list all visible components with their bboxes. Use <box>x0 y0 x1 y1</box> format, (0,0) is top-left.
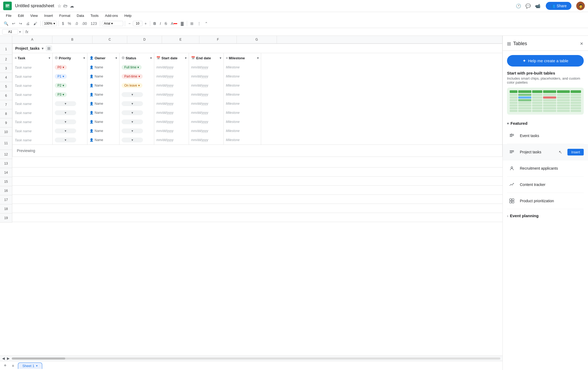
priority-empty-2[interactable]: ▾ <box>55 119 76 124</box>
status-chip-3[interactable]: On leave ▾ <box>122 83 142 88</box>
decrease-font-button[interactable]: − <box>127 20 132 27</box>
priority-chip-p0[interactable]: P0 ▾ <box>55 65 67 70</box>
owner-cell-3[interactable]: 👤 Name <box>87 81 119 90</box>
cell-ref-chevron[interactable]: ▾ <box>19 30 21 34</box>
paint-format-button[interactable]: 🖌 <box>32 20 39 27</box>
menu-help[interactable]: Help <box>122 13 134 19</box>
currency-button[interactable]: $ <box>60 20 66 27</box>
milestone-cell-2[interactable]: Milestone <box>224 72 261 81</box>
priority-chip-p2[interactable]: P2 ▾ <box>55 83 67 88</box>
featured-item-product-prio[interactable]: Product prioritization <box>507 193 584 209</box>
owner-cell-e3[interactable]: 👤 Name <box>87 126 119 135</box>
end-cell-e2[interactable]: mm/dd/yyyy <box>189 117 224 126</box>
status-cell-e0[interactable]: ▾ <box>119 99 154 108</box>
menu-tools[interactable]: Tools <box>88 13 101 19</box>
end-cell-e4[interactable]: mm/dd/yyyy <box>189 135 224 145</box>
milestone-e2[interactable]: Milestone <box>224 117 261 126</box>
menu-view[interactable]: View <box>28 13 40 19</box>
font-size-box[interactable]: 10 <box>133 21 142 26</box>
status-cell-e2[interactable]: ▾ <box>119 117 154 126</box>
row-num-13[interactable]: 13 <box>0 159 12 168</box>
milestone-e1[interactable]: Milestone <box>224 108 261 117</box>
priority-empty-0[interactable]: ▾ <box>55 101 76 106</box>
table-name-chevron[interactable]: ▾ <box>42 46 44 50</box>
priority-cell-2[interactable]: P1 ▾ <box>53 72 87 81</box>
end-cell-e0[interactable]: mm/dd/yyyy <box>189 99 224 108</box>
percent-button[interactable]: % <box>66 20 73 27</box>
empty-row-16[interactable] <box>12 186 502 195</box>
menu-edit[interactable]: Edit <box>15 13 26 19</box>
milestone-cell-4[interactable]: Milestone <box>224 90 261 99</box>
featured-item-project-tasks[interactable]: Project tasks ↖ Insert <box>503 144 588 160</box>
sheet-list-button[interactable]: ≡ <box>10 363 16 368</box>
task-header-chevron[interactable]: ▾ <box>49 56 50 60</box>
owner-header-chevron[interactable]: ▾ <box>115 56 117 60</box>
priority-cell-e0[interactable]: ▾ <box>53 99 87 108</box>
status-chip-4[interactable]: ▾ <box>122 92 143 97</box>
priority-empty-4[interactable]: ▾ <box>55 138 76 142</box>
task-cell-e0[interactable]: Task name <box>13 99 53 108</box>
milestone-e4[interactable]: Milestone <box>224 135 261 145</box>
priority-cell-e4[interactable]: ▾ <box>53 135 87 145</box>
priority-chip-p3[interactable]: P3 ▾ <box>55 92 67 97</box>
milestone-cell-3[interactable]: Milestone <box>224 81 261 90</box>
col-header-b[interactable]: B <box>52 36 92 43</box>
owner-cell-1[interactable]: 👤 Name <box>87 63 119 72</box>
owner-cell-4[interactable]: 👤 Name <box>87 90 119 99</box>
comment-icon[interactable]: 💬 <box>525 3 531 9</box>
status-chip-2[interactable]: Part-time ▾ <box>122 74 143 79</box>
task-cell-e1[interactable]: Task name <box>13 108 53 117</box>
fill-color-button[interactable]: ▓ <box>179 20 185 27</box>
end-cell-3[interactable]: mm/dd/yyyy <box>189 81 224 90</box>
end-cell-4[interactable]: mm/dd/yyyy <box>189 90 224 99</box>
owner-cell-e2[interactable]: 👤 Name <box>87 117 119 126</box>
empty-row-19[interactable] <box>12 213 502 222</box>
status-chip-1[interactable]: Full time ▾ <box>122 65 142 70</box>
status-cell-e3[interactable]: ▾ <box>119 126 154 135</box>
menu-file[interactable]: File <box>3 13 14 19</box>
owner-cell-e0[interactable]: 👤 Name <box>87 99 119 108</box>
task-cell-1[interactable]: Task name <box>13 63 53 72</box>
search-button[interactable]: 🔍 <box>2 20 10 27</box>
status-cell-e4[interactable]: ▾ <box>119 135 154 145</box>
status-cell-e1[interactable]: ▾ <box>119 108 154 117</box>
scroll-track[interactable] <box>12 357 500 360</box>
row-num-7[interactable]: 7 <box>0 100 12 109</box>
star-icon[interactable]: ☆ <box>57 3 61 9</box>
status-header-chevron[interactable]: ▾ <box>150 56 152 60</box>
priority-cell-e1[interactable]: ▾ <box>53 108 87 117</box>
cloud-icon[interactable]: ☁ <box>70 3 74 9</box>
undo-button[interactable]: ↩ <box>10 20 17 27</box>
increase-font-button[interactable]: + <box>143 20 148 27</box>
row-num-1[interactable]: 1 <box>0 44 12 55</box>
scroll-right-arrow[interactable]: ▶ <box>7 356 10 360</box>
sheet-tab-1[interactable]: Sheet 1 ▾ <box>18 363 42 369</box>
row-num-10[interactable]: 10 <box>0 127 12 137</box>
priority-empty-1[interactable]: ▾ <box>55 110 76 115</box>
folder-icon[interactable]: 🗁 <box>63 3 68 8</box>
col-header-d[interactable]: D <box>127 36 162 43</box>
table-grid-icon[interactable]: ⊞ <box>46 45 52 51</box>
collapse-toolbar-button[interactable]: ⌃ <box>203 20 210 27</box>
italic-button[interactable]: I <box>158 20 163 27</box>
priority-cell-e3[interactable]: ▾ <box>53 126 87 135</box>
zoom-selector[interactable]: 100% ▾ <box>42 21 57 26</box>
empty-row-14[interactable] <box>12 168 502 177</box>
start-cell-e3[interactable]: mm/dd/yyyy <box>154 126 189 135</box>
borders-button[interactable]: ⊞ <box>189 20 195 27</box>
col-header-a[interactable]: A <box>12 36 52 43</box>
status-cell-1[interactable]: Full time ▾ <box>119 63 154 72</box>
col-header-g[interactable]: G <box>237 36 277 43</box>
owner-cell-e4[interactable]: 👤 Name <box>87 135 119 145</box>
decrease-decimal-button[interactable]: .0 <box>73 20 80 27</box>
row-num-11[interactable]: 11 <box>0 137 12 150</box>
empty-row-15[interactable] <box>12 177 502 186</box>
empty-row-13[interactable] <box>12 158 502 168</box>
create-table-button[interactable]: ✦ Help me create a table <box>507 55 584 67</box>
end-cell-e3[interactable]: mm/dd/yyyy <box>189 126 224 135</box>
scroll-thumb[interactable] <box>12 357 65 360</box>
formula-input[interactable] <box>30 30 586 34</box>
font-selector[interactable]: Arial ▾ <box>102 21 123 26</box>
row-num-8[interactable]: 8 <box>0 109 12 118</box>
start-cell-2[interactable]: mm/dd/yyyy <box>154 72 189 81</box>
